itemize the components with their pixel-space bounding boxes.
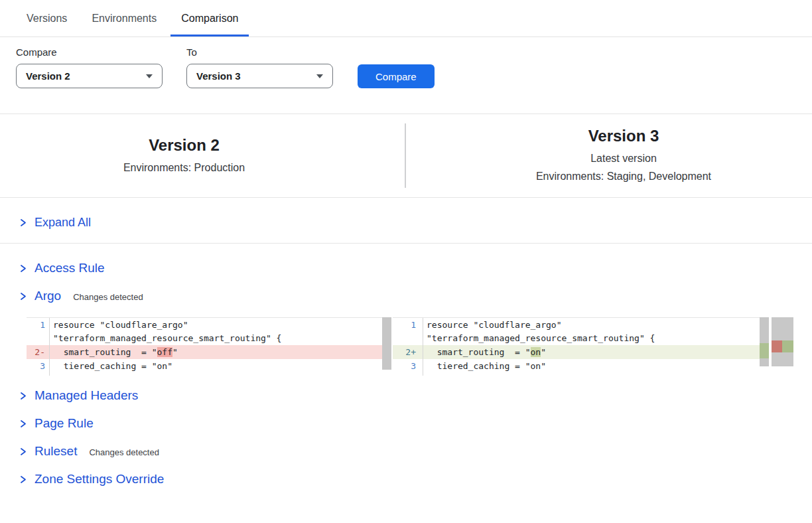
code-text: smart_routing = " bbox=[53, 347, 157, 357]
version-right-header: Version 3 Latest version Environments: S… bbox=[405, 126, 812, 185]
version-header-band: Version 2 Environments: Production Versi… bbox=[0, 114, 812, 198]
version-right-subtitle-latest: Latest version bbox=[435, 149, 812, 167]
vertical-divider bbox=[405, 123, 406, 188]
compare-button[interactable]: Compare bbox=[358, 64, 435, 88]
code-line: tiered_caching = "on" bbox=[423, 359, 760, 373]
tab-environments[interactable]: Environments bbox=[92, 0, 157, 37]
minimap-added-marker bbox=[782, 340, 793, 352]
section-zone-settings-override[interactable]: Zone Settings Override bbox=[19, 472, 812, 486]
code-line: resource "cloudflare_argo" bbox=[49, 318, 391, 331]
diff-line: "terraform_managed_resource_smart_routin… bbox=[27, 331, 391, 345]
section-argo[interactable]: Argo Changes detected bbox=[19, 289, 812, 303]
section-label: Access Rule bbox=[34, 261, 105, 275]
diff-line: 1 resource "cloudflare_argo" bbox=[393, 317, 760, 331]
diff-line: 3 tiered_caching = "on" bbox=[393, 359, 760, 373]
chevron-down-icon bbox=[146, 74, 153, 78]
argo-diff-viewer: 1 resource "cloudflare_argo" "terraform_… bbox=[27, 317, 812, 376]
minimap-removed-marker bbox=[772, 340, 782, 352]
diff-line: 1 resource "cloudflare_argo" bbox=[27, 317, 391, 331]
right-pane-scrollbar[interactable] bbox=[760, 317, 769, 366]
code-line: } bbox=[423, 373, 760, 376]
version-left-header: Version 2 Environments: Production bbox=[0, 135, 405, 177]
diff-line: } bbox=[393, 373, 760, 376]
diff-pane-left: 1 resource "cloudflare_argo" "terraform_… bbox=[27, 317, 391, 376]
diff-minimap[interactable] bbox=[772, 317, 793, 366]
chevron-right-icon bbox=[19, 447, 27, 456]
left-pane-scrollbar[interactable] bbox=[382, 317, 391, 370]
line-number: 1 bbox=[393, 318, 423, 331]
chevron-right-icon bbox=[19, 218, 27, 227]
section-label: Ruleset bbox=[34, 444, 77, 459]
section-managed-headers[interactable]: Managed Headers bbox=[19, 388, 812, 403]
chevron-right-icon bbox=[19, 264, 27, 273]
diff-line: 3 tiered_caching = "on" bbox=[27, 359, 391, 373]
compare-from-select[interactable]: Version 2 bbox=[16, 64, 163, 88]
code-line: tiered_caching = "on" bbox=[49, 359, 391, 373]
line-number bbox=[393, 373, 423, 376]
compare-to-select[interactable]: Version 3 bbox=[186, 64, 333, 88]
compare-controls: Compare Version 2 To Version 3 Compare bbox=[16, 46, 812, 88]
version-right-subtitle-envs: Environments: Staging, Development bbox=[435, 167, 812, 185]
line-number: 3 bbox=[27, 359, 49, 373]
changes-detected-badge: Changes detected bbox=[73, 292, 143, 302]
version-left-title: Version 2 bbox=[0, 135, 368, 155]
section-label: Managed Headers bbox=[34, 388, 138, 403]
chevron-right-icon bbox=[19, 419, 27, 428]
code-text: " bbox=[172, 347, 178, 357]
scrollbar-added-marker bbox=[760, 343, 769, 358]
compare-from-value: Version 2 bbox=[26, 70, 70, 82]
section-label: Page Rule bbox=[34, 416, 94, 431]
code-line: } bbox=[49, 373, 391, 376]
added-token: on bbox=[531, 347, 541, 357]
section-label: Argo bbox=[34, 289, 61, 303]
code-line: resource "cloudflare_argo" bbox=[423, 318, 760, 331]
code-text: " bbox=[541, 347, 546, 357]
version-left-subtitle: Environments: Production bbox=[0, 159, 368, 177]
removed-token: off bbox=[157, 347, 172, 357]
expand-all-button[interactable]: Expand All bbox=[0, 198, 812, 244]
diff-pane-right: 1 resource "cloudflare_argo" "terraform_… bbox=[393, 317, 760, 376]
code-line: smart_routing = "on" bbox=[423, 345, 760, 359]
code-text: smart_routing = " bbox=[427, 347, 531, 357]
chevron-down-icon bbox=[316, 74, 323, 78]
section-page-rule[interactable]: Page Rule bbox=[19, 416, 812, 431]
tab-comparison[interactable]: Comparison bbox=[181, 0, 238, 37]
line-number: 1 bbox=[27, 318, 49, 331]
changes-detected-badge: Changes detected bbox=[89, 447, 159, 457]
section-ruleset[interactable]: Ruleset Changes detected bbox=[19, 444, 812, 459]
line-number: 2+ bbox=[393, 345, 423, 359]
version-right-title: Version 3 bbox=[435, 126, 812, 146]
section-access-rule[interactable]: Access Rule bbox=[19, 261, 812, 275]
compare-label: Compare bbox=[16, 46, 163, 58]
diff-line: "terraform_managed_resource_smart_routin… bbox=[393, 331, 760, 345]
diff-line: } bbox=[27, 373, 391, 376]
line-number bbox=[393, 331, 423, 345]
expand-all-label: Expand All bbox=[34, 216, 91, 230]
code-line: smart_routing = "off" bbox=[49, 345, 391, 359]
chevron-right-icon bbox=[19, 475, 27, 484]
section-label: Zone Settings Override bbox=[34, 472, 164, 486]
chevron-right-icon bbox=[19, 392, 27, 400]
line-number bbox=[27, 331, 49, 345]
to-label: To bbox=[186, 46, 333, 58]
diff-line-removed: 2- smart_routing = "off" bbox=[27, 345, 391, 359]
compare-to-value: Version 3 bbox=[196, 70, 241, 82]
code-line: "terraform_managed_resource_smart_routin… bbox=[423, 331, 760, 345]
line-number: 2- bbox=[27, 345, 49, 359]
chevron-right-icon bbox=[19, 292, 27, 301]
tab-versions[interactable]: Versions bbox=[27, 0, 67, 37]
tab-bar: Versions Environments Comparison bbox=[0, 0, 812, 37]
code-line: "terraform_managed_resource_smart_routin… bbox=[49, 331, 391, 345]
line-number: 3 bbox=[393, 359, 423, 373]
line-number bbox=[27, 373, 49, 376]
diff-line-added: 2+ smart_routing = "on" bbox=[393, 345, 760, 359]
